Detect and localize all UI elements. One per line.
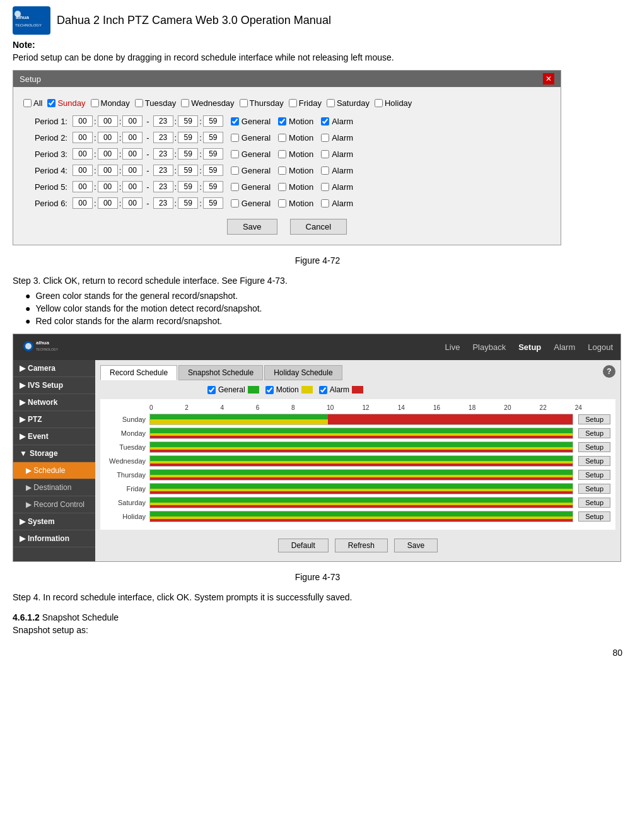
refresh-button[interactable]: Refresh [335,539,388,552]
period-3-motion-checkbox[interactable] [278,150,286,158]
period-2-end-1[interactable] [178,132,198,143]
period-6-motion-checkbox[interactable] [278,199,286,207]
schedule-bar-friday[interactable] [149,483,573,494]
sidebar-item-record-control[interactable]: ▶ Record Control [13,496,95,513]
nav-logout[interactable]: Logout [588,342,613,352]
sidebar-item-system[interactable]: ▶System [13,513,95,530]
tab-snapshot-schedule[interactable]: Snapshot Schedule [178,365,263,380]
checkbox-friday[interactable] [289,99,297,107]
period-2-motion-checkbox[interactable] [278,134,286,142]
legend-motion-checkbox[interactable] [265,386,274,394]
period-6-alarm-checkbox[interactable] [321,199,329,207]
help-icon[interactable]: ? [603,365,615,378]
period-6-start-0[interactable] [73,197,93,209]
period-6-end-0[interactable] [153,197,173,209]
period-6-end-1[interactable] [178,197,198,209]
sidebar-item-storage[interactable]: ▼Storage [13,445,95,462]
period-3-general-checkbox[interactable] [231,150,239,158]
sidebar-item-schedule[interactable]: ▶ Schedule [13,462,95,479]
setup-btn-tuesday[interactable]: Setup [578,442,610,452]
period-5-general-checkbox[interactable] [231,183,239,191]
period-4-motion-checkbox[interactable] [278,166,286,175]
schedule-bar-tuesday[interactable] [149,441,573,453]
tab-holiday-schedule[interactable]: Holiday Schedule [264,365,342,380]
legend-alarm-checkbox[interactable] [319,386,327,394]
nav-live[interactable]: Live [445,342,460,352]
setup-btn-wednesday[interactable]: Setup [578,456,610,466]
period-5-alarm-checkbox[interactable] [321,183,329,191]
period-5-start-2[interactable] [122,181,143,192]
nav-alarm[interactable]: Alarm [554,342,575,352]
period-5-start-1[interactable] [98,181,118,192]
setup-btn-sunday[interactable]: Setup [578,414,610,424]
period-4-end-0[interactable] [153,165,173,176]
period-2-start-1[interactable] [98,132,118,143]
schedule-bar-wednesday[interactable] [149,455,573,467]
checkbox-all[interactable] [23,99,32,107]
period-4-start-0[interactable] [73,165,93,176]
period-6-general-checkbox[interactable] [231,199,239,207]
period-1-start-0[interactable] [73,115,93,127]
period-5-end-0[interactable] [153,181,173,192]
checkbox-sunday[interactable] [47,99,55,107]
checkbox-saturday[interactable] [327,99,335,107]
sidebar-item-event[interactable]: ▶Event [13,428,95,445]
period-1-general-checkbox[interactable] [231,117,239,125]
sidebar-item-network[interactable]: ▶Network [13,394,95,411]
period-4-end-1[interactable] [178,165,198,176]
checkbox-holiday[interactable] [375,99,383,107]
checkbox-monday[interactable] [91,99,99,107]
period-2-start-0[interactable] [73,132,93,143]
setup-btn-friday[interactable]: Setup [578,484,610,494]
period-6-start-1[interactable] [98,197,118,209]
sidebar-item-ivs[interactable]: ▶IVS Setup [13,377,95,394]
period-3-end-0[interactable] [153,148,173,160]
setup-btn-saturday[interactable]: Setup [578,498,610,508]
period-3-start-1[interactable] [98,148,118,160]
tab-record-schedule[interactable]: Record Schedule [100,365,177,380]
period-4-start-2[interactable] [122,165,143,176]
checkbox-wednesday[interactable] [181,99,189,107]
period-1-start-1[interactable] [98,115,118,127]
period-3-end-1[interactable] [178,148,198,160]
setup-btn-holiday[interactable]: Setup [578,511,610,522]
checkbox-thursday[interactable] [240,99,248,107]
legend-general-checkbox[interactable] [207,386,216,394]
schedule-bar-thursday[interactable] [149,469,573,481]
period-1-motion-checkbox[interactable] [278,117,286,125]
cancel-button[interactable]: Cancel [290,219,347,235]
period-5-end-1[interactable] [178,181,198,192]
period-6-start-2[interactable] [122,197,143,209]
period-4-end-2[interactable] [203,165,223,176]
setup-btn-thursday[interactable]: Setup [578,470,610,480]
period-1-start-2[interactable] [122,115,143,127]
period-1-end-0[interactable] [153,115,173,127]
period-3-end-2[interactable] [203,148,223,160]
schedule-bar-monday[interactable] [149,428,573,439]
period-5-start-0[interactable] [73,181,93,192]
period-4-general-checkbox[interactable] [231,166,239,175]
period-3-start-2[interactable] [122,148,143,160]
default-button[interactable]: Default [278,539,329,552]
period-4-alarm-checkbox[interactable] [321,166,329,175]
nav-setup[interactable]: Setup [518,342,541,352]
schedule-bar-holiday[interactable] [149,511,573,522]
schedule-bar-saturday[interactable] [149,497,573,508]
period-3-alarm-checkbox[interactable] [321,150,329,158]
sidebar-item-camera[interactable]: ▶Camera [13,360,95,377]
nav-playback[interactable]: Playback [472,342,506,352]
period-3-start-0[interactable] [73,148,93,160]
dialog-close-button[interactable]: ✕ [543,73,554,85]
period-2-alarm-checkbox[interactable] [321,134,329,142]
setup-btn-monday[interactable]: Setup [578,428,610,438]
period-4-start-1[interactable] [98,165,118,176]
period-2-start-2[interactable] [122,132,143,143]
period-5-end-2[interactable] [203,181,223,192]
period-1-alarm-checkbox[interactable] [321,117,329,125]
period-1-end-1[interactable] [178,115,198,127]
sidebar-item-destination[interactable]: ▶ Destination [13,479,95,496]
save-button[interactable]: Save [227,219,277,235]
period-2-general-checkbox[interactable] [231,134,239,142]
period-2-end-0[interactable] [153,132,173,143]
sidebar-item-ptz[interactable]: ▶PTZ [13,411,95,428]
